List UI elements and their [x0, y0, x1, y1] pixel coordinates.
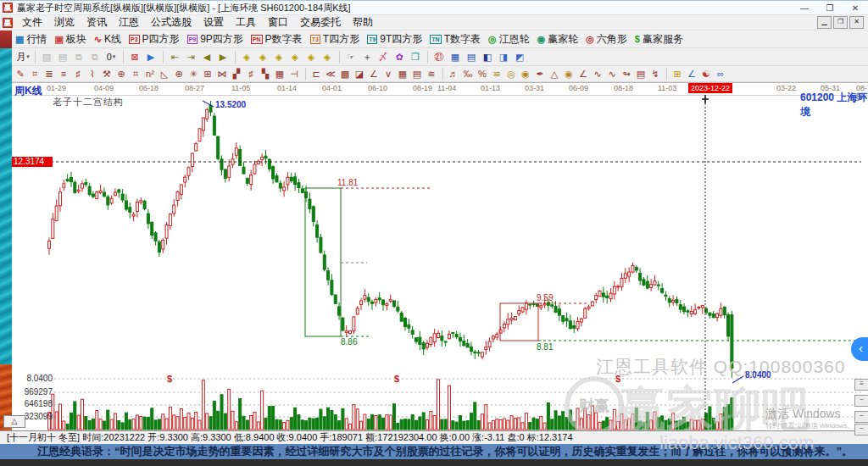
draw-tool-1-5[interactable]: ∨ [381, 68, 395, 80]
draw-tool-2-5[interactable]: ◉ [519, 68, 532, 80]
draw-tool-2-1[interactable]: ‰ [461, 68, 475, 80]
prev-bar-button[interactable]: ◀ [199, 50, 214, 64]
menu-设置[interactable]: 设置 [198, 16, 230, 28]
t-table-button[interactable]: TNT数字表 [430, 32, 481, 47]
zoom-tool-button[interactable]: ❒ [408, 50, 423, 64]
draw-tool-0-18[interactable]: ▦ [273, 68, 287, 80]
menu-交易委托[interactable]: 交易委托 [294, 16, 347, 28]
p-table-button[interactable]: PNP数字表 [251, 32, 303, 47]
chat-expand-button[interactable]: ‹ [851, 337, 868, 361]
region-flag-button[interactable]: ⊠ [127, 50, 142, 64]
hand-tool-button[interactable]: ☞ [343, 50, 359, 64]
play-flag-button[interactable]: ▶ [143, 50, 159, 64]
first-bar-button[interactable]: ⇤ [167, 50, 182, 64]
draw-tool-0-13[interactable]: ⊞ [201, 68, 214, 80]
side-mini-button-3[interactable]: − [854, 424, 868, 435]
panel-toggle-button[interactable]: △ [3, 415, 25, 428]
period-month-button[interactable]: 月 ▾ [15, 50, 31, 64]
menu-江恩[interactable]: 江恩 [113, 16, 145, 28]
draw-tool-0-7[interactable]: ⊕ [114, 68, 128, 80]
diamond-tool-6-button[interactable]: ◈ [320, 50, 335, 64]
mdi-close[interactable]: ✕ [849, 16, 864, 29]
draw-tool-0-2[interactable]: ≣ [42, 68, 56, 80]
diamond-tool-1-button[interactable]: ◈ [239, 50, 254, 64]
period-label[interactable]: 周K线 [14, 84, 42, 98]
menu-浏览[interactable]: 浏览 [48, 16, 81, 28]
diamond-tool-3-button[interactable]: ◈ [271, 50, 287, 64]
draw-tool-0-0[interactable]: ✎ [14, 68, 27, 80]
menu-公式选股[interactable]: 公式选股 [145, 16, 198, 28]
mdi-restore[interactable]: ❐ [833, 16, 848, 29]
draw-tool-1-6[interactable]: ▦ [396, 68, 409, 80]
minimize-button[interactable]: — [792, 3, 817, 13]
mark-tool-button[interactable]: ✿ [392, 50, 407, 64]
draw-tool-0-19[interactable]: ⊣ [287, 68, 301, 80]
t9-square-button[interactable]: T99T四方形 [367, 32, 422, 47]
calendar-button[interactable]: ㉑ [431, 50, 447, 64]
draw-tool-2-11[interactable]: ∿ [605, 68, 619, 80]
p9-square-button[interactable]: P99P四方形 [187, 32, 243, 47]
winner-service-button[interactable]: $赢家服务 [635, 32, 683, 47]
menu-工具[interactable]: 工具 [230, 16, 262, 28]
draw-tool-0-8[interactable]: ⌗ [129, 68, 142, 80]
menu-资讯[interactable]: 资讯 [81, 16, 113, 28]
draw-tool-1-7[interactable]: ▤ [410, 68, 424, 80]
network-1-button[interactable]: ◨ [496, 50, 511, 64]
crosshair-tool-button[interactable]: ＋ [359, 50, 375, 64]
draw-tool-2-3[interactable]: ≌ [490, 68, 504, 80]
diamond-tool-4-button[interactable]: ◈ [287, 50, 303, 64]
draw-tool-0-16[interactable]: ♯ [244, 68, 258, 80]
draw-tool-1-0[interactable]: ⊏ [309, 68, 323, 80]
draw-tool-2-0[interactable]: ♬ [447, 68, 460, 80]
quotes-button[interactable]: ▦行情 [15, 32, 47, 47]
hexagon-button[interactable]: ◎六角形 [586, 32, 627, 47]
draw-tool-2-8[interactable]: ◉ [562, 68, 576, 80]
draw-tool-3-0[interactable]: ⊞ [670, 68, 684, 80]
draw-tool-1-1[interactable]: ≪ [324, 68, 337, 80]
draw-tool-0-1[interactable]: ⌗ [28, 68, 42, 80]
close-button[interactable]: ✕ [843, 3, 868, 13]
menu-帮助[interactable]: 帮助 [347, 16, 379, 28]
notes-button[interactable]: ▤ [464, 50, 479, 64]
draw-tool-2-10[interactable]: ∿ [591, 68, 604, 80]
draw-tool-2-14[interactable]: ↯ [648, 68, 662, 80]
draw-tool-2-6[interactable]: ✒ [533, 68, 547, 80]
draw-tool-1-2[interactable]: ▩ [338, 68, 352, 80]
draw-tool-1-4[interactable]: ∠ [367, 68, 381, 80]
draw-tool-1-3[interactable]: ◪ [353, 68, 366, 80]
p-square-button[interactable]: P3P四方形 [129, 32, 180, 47]
draw-tool-2-9[interactable]: ∠ [576, 68, 590, 80]
draw-tool-0-15[interactable]: ▞ [230, 68, 243, 80]
draw-tool-3-2[interactable]: ☯ [699, 68, 713, 80]
menu-文件[interactable]: 文件 [16, 16, 48, 28]
t-square-button[interactable]: T3T四方形 [310, 32, 360, 47]
draw-tool-1-8[interactable]: ≋ [425, 68, 438, 80]
side-mini-button-1[interactable]: − [854, 395, 868, 407]
measure-tool-button[interactable]: 〆 [376, 50, 391, 64]
diamond-tool-5-button[interactable]: ◈ [303, 50, 319, 64]
sectors-button[interactable]: ▣板块 [54, 32, 86, 47]
draw-tool-0-4[interactable]: ♯ [71, 68, 85, 80]
draw-tool-2-2[interactable]: % [476, 68, 489, 80]
last-bar-button[interactable]: ⇥ [183, 50, 198, 64]
next-bar-button[interactable]: ▶ [215, 50, 231, 64]
network-2-button[interactable]: ◩ [512, 50, 527, 64]
draw-tool-2-4[interactable]: ◎ [504, 68, 518, 80]
draw-tool-2-7[interactable]: △ [548, 68, 561, 80]
draw-tool-0-11[interactable]: ⊕ [172, 68, 186, 80]
draw-tool-0-3[interactable]: ≡ [57, 68, 70, 80]
draw-tool-0-17[interactable]: ▚ [259, 68, 272, 80]
draw-tool-0-10[interactable]: ◺ [158, 68, 171, 80]
menu-窗口[interactable]: 窗口 [262, 16, 294, 28]
offset-zero-button[interactable]: 0 ▾ [103, 50, 119, 64]
draw-tool-0-6[interactable]: ⚒ [100, 68, 114, 80]
winner-wheel-button[interactable]: ◉赢家轮 [537, 32, 579, 47]
gann-wheel-button[interactable]: ◎江恩轮 [488, 32, 530, 47]
draw-tool-3-1[interactable]: ∠ [685, 68, 698, 80]
side-mini-button-0[interactable]: ≡ [854, 379, 868, 391]
mdi-minimize[interactable]: ▁ [817, 16, 832, 29]
save-button[interactable]: ◧ [480, 50, 495, 64]
draw-tool-0-14[interactable]: ⋈ [215, 68, 229, 80]
maximize-button[interactable]: ❐ [817, 3, 843, 13]
kline-button[interactable]: ∿K线 [94, 32, 121, 47]
